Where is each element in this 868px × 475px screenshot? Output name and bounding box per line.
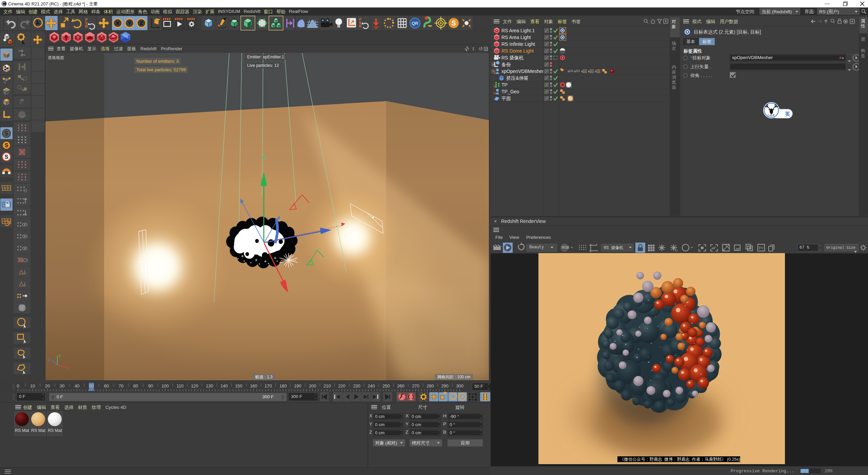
- svg-text:a: a: [595, 70, 596, 73]
- svg-text:30: 30: [60, 383, 64, 388]
- svg-text:290: 290: [441, 383, 449, 388]
- svg-text:160: 160: [250, 383, 257, 388]
- svg-text:《微信公众号：野鹿志 微博：野鹿志 作者：马鹿野郎》 (0.: 《微信公众号：野鹿志 微博：野鹿志 作者：马鹿野郎》 (0.25s): [620, 457, 740, 462]
- svg-text:PV: PV: [759, 246, 764, 250]
- svg-text:Z: Z: [140, 20, 143, 26]
- svg-text:190: 190: [294, 383, 301, 388]
- svg-text:100: 100: [161, 383, 169, 388]
- svg-text:80: 80: [133, 383, 138, 388]
- svg-text:S: S: [5, 154, 8, 160]
- svg-text:RS Dome Light: RS Dome Light: [501, 48, 534, 54]
- svg-text:Z: Z: [48, 358, 51, 362]
- svg-text:a: a: [581, 70, 583, 73]
- svg-text:280: 280: [427, 383, 434, 388]
- svg-text:10: 10: [30, 383, 35, 388]
- svg-text:a: a: [494, 71, 496, 75]
- svg-text:X: X: [67, 366, 69, 370]
- svg-text:50: 50: [89, 383, 94, 388]
- svg-text:270: 270: [412, 383, 419, 388]
- svg-text:210: 210: [323, 383, 331, 388]
- svg-text:G: G: [675, 249, 678, 252]
- svg-text:P: P: [461, 394, 464, 400]
- svg-text:RS Area Light.1: RS Area Light.1: [501, 28, 535, 33]
- svg-text:X: X: [116, 20, 119, 26]
- svg-text:S: S: [5, 131, 8, 136]
- svg-text:130: 130: [206, 383, 213, 388]
- svg-text:Y: Y: [128, 20, 131, 26]
- svg-text:300: 300: [456, 383, 463, 388]
- svg-text:平面: 平面: [501, 96, 511, 101]
- svg-text:行鹿者: 行鹿者: [767, 114, 775, 116]
- svg-text:220: 220: [338, 383, 346, 388]
- svg-text:RS 摄像机: RS 摄像机: [501, 55, 524, 60]
- svg-text:40: 40: [75, 383, 79, 388]
- svg-text:0: 0: [17, 383, 19, 388]
- svg-text:20: 20: [45, 383, 50, 388]
- svg-text:a: a: [494, 91, 496, 95]
- svg-text:70: 70: [119, 383, 123, 388]
- svg-text:TP_Geo: TP_Geo: [501, 89, 519, 94]
- svg-text:备份: 备份: [501, 62, 511, 67]
- svg-text:170: 170: [264, 383, 272, 388]
- svg-text:R: R: [85, 24, 88, 28]
- svg-text:挤压&伸展: 挤压&伸展: [506, 75, 528, 81]
- svg-text:260: 260: [397, 383, 405, 388]
- svg-text:S: S: [451, 19, 456, 27]
- svg-text:200: 200: [309, 383, 316, 388]
- svg-text:a: a: [588, 70, 590, 73]
- svg-text:英: 英: [785, 111, 790, 117]
- svg-text:120: 120: [191, 383, 198, 388]
- svg-text:230: 230: [353, 383, 360, 388]
- svg-text:RS Area Light: RS Area Light: [501, 35, 531, 40]
- svg-text:150: 150: [235, 383, 242, 388]
- svg-text:a: a: [568, 70, 569, 73]
- svg-text:TP: TP: [501, 82, 508, 88]
- svg-text:180: 180: [279, 383, 287, 388]
- svg-text:90: 90: [148, 383, 153, 388]
- svg-text:QR: QR: [412, 21, 418, 26]
- svg-text:a: a: [574, 70, 576, 73]
- svg-text:S: S: [5, 142, 8, 148]
- svg-text:xpOpenVDBMesher: xpOpenVDBMesher: [501, 69, 544, 74]
- svg-text:RS Infinite Light: RS Infinite Light: [501, 41, 535, 47]
- svg-text:250: 250: [382, 383, 390, 388]
- svg-text:240: 240: [368, 383, 375, 388]
- svg-text:60: 60: [104, 383, 109, 388]
- svg-text:R: R: [359, 24, 362, 28]
- svg-text:110: 110: [177, 383, 184, 388]
- svg-text:140: 140: [220, 383, 228, 388]
- svg-text:Y: Y: [59, 354, 61, 358]
